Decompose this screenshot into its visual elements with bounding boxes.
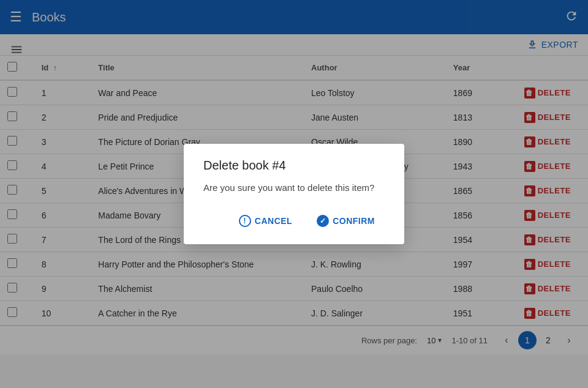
- cancel-label: CANCEL: [255, 216, 292, 226]
- dialog-message: Are you sure you want to delete this ite…: [203, 182, 385, 193]
- confirm-button[interactable]: ✓ CONFIRM: [307, 210, 385, 232]
- delete-confirm-dialog: Delete book #4 Are you sure you want to …: [184, 144, 404, 244]
- confirm-icon: ✓: [317, 215, 329, 227]
- dialog-title: Delete book #4: [203, 159, 385, 173]
- modal-overlay: Delete book #4 Are you sure you want to …: [0, 0, 588, 388]
- cancel-icon: !: [239, 215, 251, 227]
- cancel-button[interactable]: ! CANCEL: [229, 210, 302, 232]
- dialog-actions: ! CANCEL ✓ CONFIRM: [203, 210, 385, 232]
- confirm-label: CONFIRM: [333, 216, 375, 226]
